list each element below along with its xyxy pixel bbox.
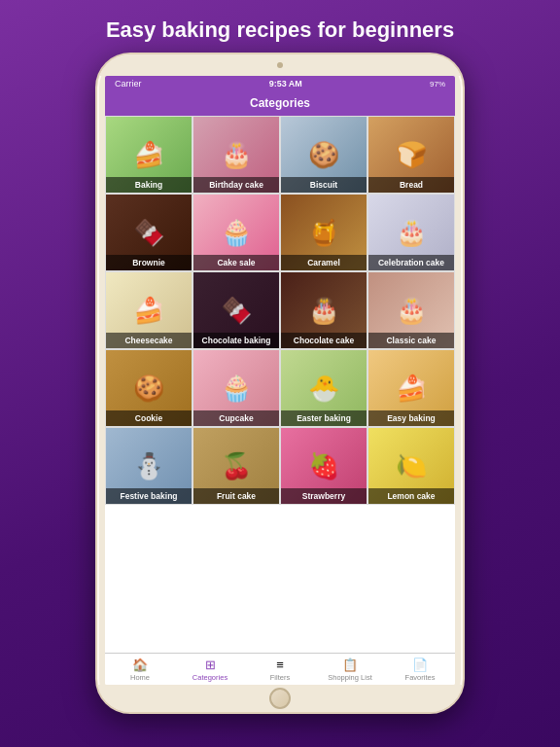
tab-shopping-list[interactable]: 📋Shopping List xyxy=(315,658,385,682)
category-item[interactable]: 🍰Easy baking xyxy=(368,349,455,427)
tab-bar: 🏠Home⊞Categories≡Filters📋Shopping List📄F… xyxy=(105,653,455,685)
category-item[interactable]: 🍋Lemon cake xyxy=(368,427,455,505)
carrier-label: Carrier xyxy=(115,79,142,89)
category-item[interactable]: 🧁Cake sale xyxy=(192,194,280,271)
shopping list-tab-label: Shopping List xyxy=(328,673,371,682)
battery-label: 97% xyxy=(430,80,445,89)
time-label: 9:53 AM xyxy=(269,79,302,89)
category-label: Biscuit xyxy=(281,177,367,193)
category-item[interactable]: 🍪Biscuit xyxy=(280,116,368,194)
category-label: Strawberry xyxy=(281,488,367,504)
filters-tab-label: Filters xyxy=(270,673,290,682)
screen: Carrier 9:53 AM 97% Categories 🍰Baking🎂B… xyxy=(105,76,455,685)
tab-home[interactable]: 🏠Home xyxy=(105,658,175,682)
category-label: Cheesecake xyxy=(106,333,192,348)
category-label: Celebration cake xyxy=(368,255,454,270)
category-item[interactable]: 🍫Brownie xyxy=(105,194,192,271)
category-label: Cookie xyxy=(106,410,192,426)
favorites-icon: 📄 xyxy=(412,658,428,672)
tab-filters[interactable]: ≡Filters xyxy=(245,658,315,682)
category-item[interactable]: 🍒Fruit cake xyxy=(192,427,280,505)
tab-categories[interactable]: ⊞Categories xyxy=(175,658,245,682)
status-bar: Carrier 9:53 AM 97% xyxy=(105,76,455,91)
home-tab-label: Home xyxy=(130,673,150,682)
filters-icon: ≡ xyxy=(276,658,284,672)
category-label: Brownie xyxy=(106,255,192,270)
camera xyxy=(277,62,283,68)
device-frame: Carrier 9:53 AM 97% Categories 🍰Baking🎂B… xyxy=(95,53,465,714)
category-item[interactable]: 🍰Baking xyxy=(105,116,192,194)
category-label: Cupcake xyxy=(193,410,279,426)
category-item[interactable]: 🎂Birthday cake xyxy=(192,116,280,194)
device-bottom xyxy=(97,685,463,712)
category-label: Lemon cake xyxy=(368,488,454,504)
home-icon: 🏠 xyxy=(132,658,148,672)
category-item[interactable]: 🍰Cheesecake xyxy=(105,271,192,349)
category-label: Classic cake xyxy=(368,333,454,348)
category-label: Birthday cake xyxy=(193,177,279,193)
category-label: Cake sale xyxy=(193,255,279,270)
category-label: Festive baking xyxy=(106,488,192,504)
nav-title: Categories xyxy=(250,96,310,110)
category-item[interactable]: ⛄Festive baking xyxy=(105,427,192,505)
category-label: Easy baking xyxy=(368,410,454,426)
category-item[interactable]: 🍪Cookie xyxy=(105,349,192,427)
category-label: Easter baking xyxy=(281,410,367,426)
device-top xyxy=(97,54,463,76)
category-item[interactable]: 🍞Bread xyxy=(368,116,455,194)
shopping list-icon: 📋 xyxy=(342,658,358,672)
category-item[interactable]: 🎂Classic cake xyxy=(368,271,455,349)
categories-tab-label: Categories xyxy=(192,673,228,682)
page-headline: Easy baking recipes for beginners xyxy=(87,0,473,53)
category-label: Fruit cake xyxy=(193,488,279,504)
category-label: Bread xyxy=(368,177,454,193)
categories-grid: 🍰Baking🎂Birthday cake🍪Biscuit🍞Bread🍫Brow… xyxy=(105,116,455,653)
category-label: Caramel xyxy=(281,255,367,270)
category-label: Baking xyxy=(106,177,192,193)
category-item[interactable]: 🍯Caramel xyxy=(280,194,368,271)
category-item[interactable]: 🎂Chocolate cake xyxy=(280,271,368,349)
categories-icon: ⊞ xyxy=(205,658,216,672)
category-label: Chocolate baking xyxy=(193,333,279,348)
category-item[interactable]: 🐣Easter baking xyxy=(280,349,368,427)
category-item[interactable]: 🍓Strawberry xyxy=(280,427,368,505)
category-item[interactable]: 🍫Chocolate baking xyxy=(192,271,280,349)
nav-bar: Categories xyxy=(105,91,455,116)
home-button[interactable] xyxy=(269,688,291,709)
favorites-tab-label: Favorites xyxy=(405,673,436,682)
category-label: Chocolate cake xyxy=(281,333,367,348)
category-item[interactable]: 🎂Celebration cake xyxy=(368,194,455,271)
tab-favorites[interactable]: 📄Favorites xyxy=(385,658,455,682)
category-item[interactable]: 🧁Cupcake xyxy=(192,349,280,427)
